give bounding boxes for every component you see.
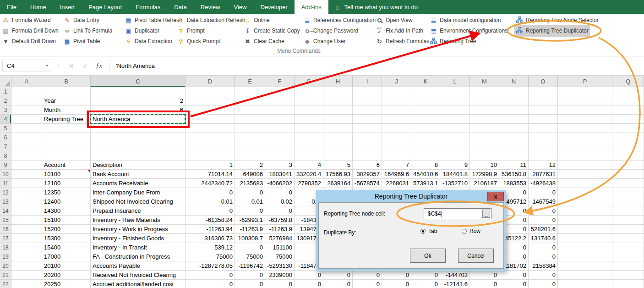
change-password-button[interactable]: Change Password <box>303 26 358 35</box>
cell-I11[interactable]: -5678574 <box>353 179 382 188</box>
default-drill-down-button[interactable]: ▼Default Drill Down <box>2 37 56 46</box>
column-header-N[interactable]: N <box>499 76 529 87</box>
cell-H21[interactable]: 0 <box>323 271 353 280</box>
column-header-L[interactable]: L <box>440 76 470 87</box>
cell-B14[interactable]: 14300 <box>42 206 91 216</box>
cell-F2[interactable] <box>265 96 295 105</box>
cell-F18[interactable]: 151100 <box>265 243 295 252</box>
data-entry-button[interactable]: ✎Data Entry <box>63 16 99 25</box>
clear-cache-button[interactable]: ✖Clear Cache <box>244 37 284 46</box>
cell-D12[interactable]: 0 <box>186 188 235 197</box>
row-header-10[interactable]: 10 <box>0 170 11 179</box>
cell-E1[interactable] <box>235 87 265 96</box>
cell-D6[interactable] <box>186 133 235 142</box>
row-header-12[interactable]: 12 <box>0 188 11 197</box>
pivot-table-button[interactable]: ▦Pivot Table <box>63 37 100 46</box>
cell-I2[interactable] <box>353 96 382 105</box>
cell-M22[interactable]: 0 <box>470 280 499 288</box>
cell-O19[interactable]: 0 <box>529 252 558 261</box>
cell-A8[interactable] <box>11 151 42 161</box>
cell-H3[interactable] <box>323 105 353 115</box>
duplicate-by-tab-option[interactable]: Tab <box>420 228 437 234</box>
cell-O12[interactable]: 0 <box>529 188 558 197</box>
cell-H5[interactable] <box>323 124 353 133</box>
cell-F9[interactable]: 3 <box>265 161 295 170</box>
cell-A1[interactable] <box>11 87 42 96</box>
cell-M21[interactable]: 0 <box>470 271 499 280</box>
cell-P7[interactable] <box>558 142 612 151</box>
cell-P19[interactable] <box>558 252 612 261</box>
cell-C19[interactable]: FA - Construction in Progress <box>91 252 186 261</box>
cell-E22[interactable]: 0 <box>235 280 265 288</box>
cell-F6[interactable] <box>265 133 295 142</box>
cell-M5[interactable] <box>470 124 499 133</box>
cell-E14[interactable]: 0 <box>235 206 265 216</box>
cell-O14[interactable]: 0 <box>529 206 558 216</box>
row-header-18[interactable]: 18 <box>0 243 11 252</box>
cell-L2[interactable] <box>440 96 470 105</box>
cell-F4[interactable] <box>265 115 295 124</box>
cell-G1[interactable] <box>295 87 323 96</box>
cell-F8[interactable] <box>265 151 295 161</box>
cell-M11[interactable]: 2106187 <box>470 179 499 188</box>
name-box-dropdown[interactable]: ▼ <box>43 60 51 72</box>
enter-entry-button[interactable]: ✓ <box>78 62 92 70</box>
cell-K9[interactable]: 8 <box>411 161 440 170</box>
cell-Q19[interactable] <box>612 252 644 261</box>
cell-O3[interactable] <box>529 105 558 115</box>
cell-E10[interactable]: 649006 <box>235 170 265 179</box>
cell-H22[interactable]: 0 <box>323 280 353 288</box>
row-header-21[interactable]: 21 <box>0 271 11 280</box>
cell-B21[interactable]: 20200 <box>42 271 91 280</box>
cell-O13[interactable]: -1467549 <box>529 197 558 206</box>
cell-H10[interactable]: 17566.93 <box>323 170 353 179</box>
cell-M9[interactable]: 10 <box>470 161 499 170</box>
cell-K5[interactable] <box>411 124 440 133</box>
cell-C2[interactable]: 2 <box>91 96 186 105</box>
open-view-button[interactable]: Open View <box>376 16 412 25</box>
dialog-close-button[interactable]: x <box>487 192 504 201</box>
cell-L4[interactable] <box>440 115 470 124</box>
cell-D16[interactable]: -11263.94 <box>186 225 235 234</box>
cell-A7[interactable] <box>11 142 42 151</box>
cell-C7[interactable] <box>91 142 186 151</box>
column-header-I[interactable]: I <box>353 76 382 87</box>
cell-E8[interactable] <box>235 151 265 161</box>
cell-P2[interactable] <box>558 96 612 105</box>
cell-L6[interactable] <box>440 133 470 142</box>
cell-Q1[interactable] <box>612 87 644 96</box>
cell-F22[interactable]: 0 <box>265 280 295 288</box>
cell-C6[interactable] <box>91 133 186 142</box>
cell-C1[interactable] <box>91 87 186 96</box>
cell-F19[interactable]: 75000 <box>265 252 295 261</box>
cell-B7[interactable] <box>42 142 91 151</box>
cell-B8[interactable] <box>42 151 91 161</box>
cell-F20[interactable]: -5293130 <box>265 261 295 271</box>
cell-E11[interactable]: 2135683 <box>235 179 265 188</box>
cell-C17[interactable]: Inventory - Finished Goods <box>91 234 186 243</box>
cell-F13[interactable]: 0.02 <box>265 197 295 206</box>
cell-D22[interactable]: 0 <box>186 280 235 288</box>
cell-F17[interactable]: 5276984 <box>265 234 295 243</box>
cell-M7[interactable] <box>470 142 499 151</box>
column-header-K[interactable]: K <box>411 76 440 87</box>
cell-L8[interactable] <box>440 151 470 161</box>
cell-G6[interactable] <box>295 133 323 142</box>
cell-J11[interactable]: 2268031 <box>382 179 411 188</box>
collapse-reference-button[interactable]: _ <box>482 210 490 218</box>
cell-P4[interactable] <box>558 115 612 124</box>
cell-C5[interactable] <box>91 124 186 133</box>
cell-D18[interactable]: 539.12 <box>186 243 235 252</box>
cell-O9[interactable]: 12 <box>529 161 558 170</box>
cell-I4[interactable] <box>353 115 382 124</box>
ribbon-tab-file[interactable]: File <box>0 0 23 14</box>
select-all-corner[interactable] <box>0 76 11 87</box>
cell-C4[interactable]: North America <box>91 115 186 124</box>
link-to-formula-button[interactable]: ∞Link To Formula <box>63 26 112 35</box>
cell-P5[interactable] <box>558 124 612 133</box>
change-user-button[interactable]: ☻Change User <box>303 37 346 46</box>
cell-L22[interactable]: -12141.6 <box>440 280 470 288</box>
cell-N7[interactable] <box>499 142 529 151</box>
data-extraction-refresh-button[interactable]: ϟData Extraction Refresh <box>177 16 245 25</box>
cell-L5[interactable] <box>440 124 470 133</box>
